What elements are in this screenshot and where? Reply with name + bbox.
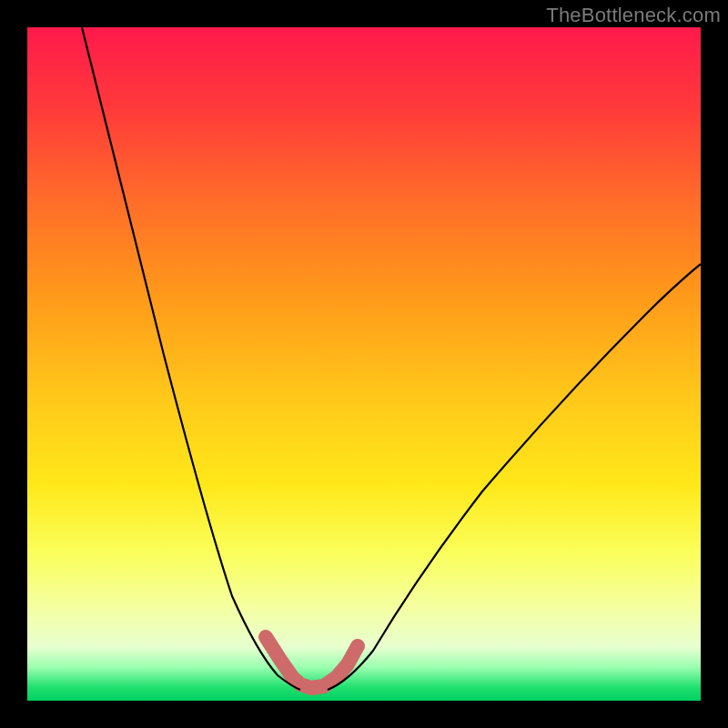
chart-frame: TheBottleneck.com <box>0 0 728 728</box>
left-curve <box>82 27 300 690</box>
watermark-text: TheBottleneck.com <box>546 4 721 27</box>
curve-layer <box>27 27 701 701</box>
right-curve <box>328 264 701 690</box>
plot-area <box>27 27 701 701</box>
